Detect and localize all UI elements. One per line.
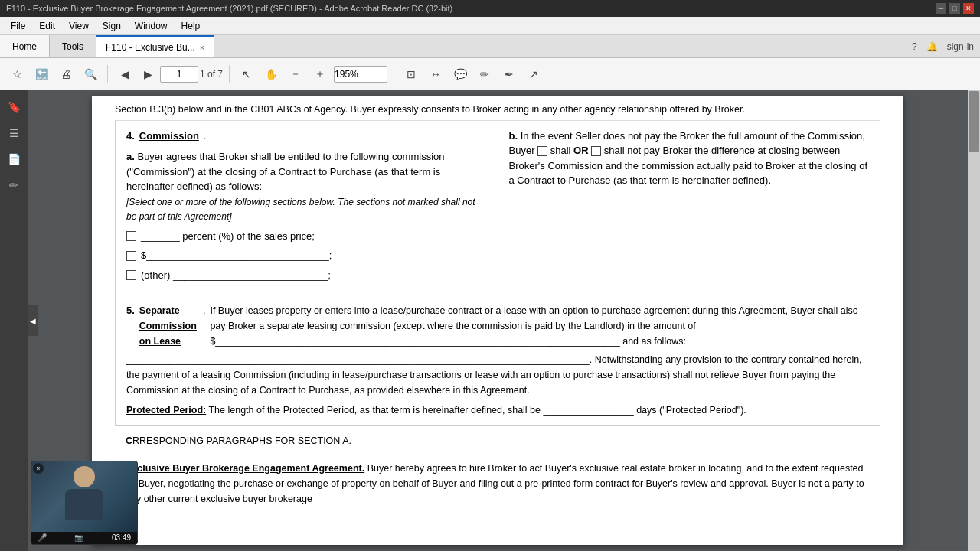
tab-active[interactable]: F110 - Exclusive Bu... × [96,35,214,57]
sidebar-icon-pages[interactable]: 📄 [3,148,24,170]
toolbar-bookmark-btn[interactable]: ☆ [6,64,28,85]
section-4b-checkbox-1[interactable] [537,146,547,156]
pdf-content: Section B.3(b) below and in the CB01 ABC… [92,96,903,523]
sidebar-icon-bookmark[interactable]: 🔖 [3,96,24,118]
sidebar-icon-layers[interactable]: ☰ [3,122,24,144]
section-4a-checkbox-3[interactable] [126,270,136,280]
protected-period-text: The length of the Protected Period, as t… [208,405,746,416]
select-tool-btn[interactable]: ↖ [236,64,257,85]
help-icon[interactable]: ? [912,41,917,52]
comment-btn[interactable]: 💬 [449,64,471,85]
section-4a-checkbox-2[interactable] [126,251,136,261]
collapse-arrow[interactable]: ◀ [28,305,38,336]
toolbar-separator-2 [229,65,230,83]
section-top-text: Section B.3(b) below and in the CB01 ABC… [115,96,880,121]
section-corresponding: CRRESPONDING PARAGRAPHS FOR SECTION A. [115,426,880,456]
tab-close-button[interactable]: × [200,43,204,52]
zoom-in-btn[interactable]: ＋ [309,64,331,85]
webcam-cam-button[interactable]: 📷 [74,533,83,542]
corresponding-label: C [126,435,132,446]
share-btn[interactable]: ↗ [523,64,544,85]
section-5-text2: ________________________________________… [126,352,869,398]
nav-next-button[interactable]: ▶ [137,64,158,85]
sign-btn[interactable]: ✒ [498,64,520,85]
page-total: 1 of 7 [200,69,223,80]
person-head [74,466,95,487]
right-scrollbar[interactable] [968,90,980,551]
section-5-text: If Buyer leases property or enters into … [210,303,869,349]
maximize-button[interactable]: □ [949,3,960,14]
exclusive-title: Exclusive Buyer Brokerage Engagement Agr… [126,463,364,474]
section-4a-cb3-label: (other) ____________________________; [141,268,331,283]
webcam-person [61,466,107,527]
section-4-period: . [204,129,207,144]
title-bar: F110 - Exclusive Buyer Brokerage Engagem… [0,0,980,17]
scrollbar-thumb[interactable] [969,91,979,152]
highlight-btn[interactable]: ✏ [474,64,495,85]
section-4b-or: OR [573,145,589,156]
tab-tools[interactable]: Tools [50,35,96,57]
menu-view[interactable]: View [63,19,95,33]
menu-help[interactable]: Help [175,19,207,33]
section-5-title: Separate Commission on Lease [139,303,198,349]
pdf-document: Section B.3(b) below and in the CB01 ABC… [92,96,903,545]
webcam-mic-button[interactable]: 🎤 [38,533,47,542]
nav-prev-button[interactable]: ◀ [114,64,136,85]
protected-period-section: Protected Period: The length of the Prot… [126,403,869,418]
menu-edit[interactable]: Edit [33,19,61,33]
section-5-period: . [203,303,205,318]
zoom-input[interactable]: 195% [334,66,387,83]
hand-tool-btn[interactable]: ✋ [260,64,282,85]
section-4a-cb1-label: _______ percent (%) of the sales price; [141,229,315,244]
fit-width-btn[interactable]: ↔ [425,64,446,85]
section-5: 5. Separate Commission on Lease. If Buye… [115,295,880,426]
section-4-right: b. In the event Seller does not pay the … [498,121,880,295]
top-text-content: Section B.3(b) below and in the CB01 ABC… [115,104,745,115]
section-4a-cb1-row: _______ percent (%) of the sales price; [126,229,487,244]
section-4b-checkbox-2[interactable] [591,146,601,156]
main-layout: 🔖 ☰ 📄 ✏ ◀ Section B.3(b) below and in th… [0,90,980,551]
section-4: 4. Commission. a. Buyer agrees that Brok… [115,121,880,296]
page-input[interactable] [160,66,198,83]
person-body [65,489,103,520]
pdf-area: ◀ Section B.3(b) below and in the CB01 A… [28,90,980,551]
section-4b-shall: shall [550,145,573,156]
toolbar-back-btn[interactable]: 🔙 [31,64,52,85]
section-4-left: 4. Commission. a. Buyer agrees that Brok… [116,121,498,295]
section-4a-checkbox-1[interactable] [126,231,136,241]
title-text: F110 - Exclusive Buyer Brokerage Engagem… [6,4,452,13]
section-4a-text1: Buyer agrees that Broker shall be entitl… [126,151,445,192]
section-4a-cb3-row: (other) ____________________________; [126,268,487,283]
webcam-timer: 03:49 [112,533,131,542]
zoom-out-btn[interactable]: － [285,64,306,85]
section-5-header: 5. Separate Commission on Lease. If Buye… [126,303,869,349]
active-tab-label: F110 - Exclusive Bu... [106,42,195,53]
toolbar: ☆ 🔙 🖨 🔍 ◀ ▶ 1 of 7 ↖ ✋ － ＋ 195% ⊡ ↔ 💬 ✏ … [0,58,980,90]
section-4a: a. Buyer agrees that Broker shall be ent… [126,149,487,282]
tab-bar-right: ? 🔔 sign-in [912,35,980,57]
section-4a-cb2-row: $_________________________________; [126,248,487,263]
section-4b-label: b. [509,130,518,142]
sign-in-label[interactable]: sign-in [947,41,974,52]
tab-bar: Home Tools F110 - Exclusive Bu... × ? 🔔 … [0,35,980,58]
toolbar-separator-3 [394,65,394,83]
tab-home[interactable]: Home [0,35,50,57]
toolbar-search-btn[interactable]: 🔍 [80,64,101,85]
corresponding-text: RRESPONDING PARAGRAPHS FOR SECTION A. [132,435,351,446]
toolbar-print-btn[interactable]: 🖨 [55,64,77,85]
section-exclusive: Exclusive Buyer Brokerage Engagement Agr… [115,456,880,511]
section-5-number: 5. [126,303,135,319]
sidebar-icon-edit[interactable]: ✏ [3,174,24,196]
menu-window[interactable]: Window [129,19,174,33]
menu-sign[interactable]: Sign [96,19,127,33]
window-controls[interactable]: ─ □ ✕ [936,3,974,14]
bell-icon[interactable]: 🔔 [926,41,938,52]
fit-page-btn[interactable]: ⊡ [400,64,422,85]
webcam-overlay: × 🎤 📷 03:49 [31,461,138,545]
menu-file[interactable]: File [5,19,31,33]
webcam-close-button[interactable]: × [33,463,44,474]
section-4a-label: a. [126,151,135,162]
minimize-button[interactable]: ─ [936,3,946,14]
webcam-video [31,461,137,532]
close-button[interactable]: ✕ [963,3,974,14]
